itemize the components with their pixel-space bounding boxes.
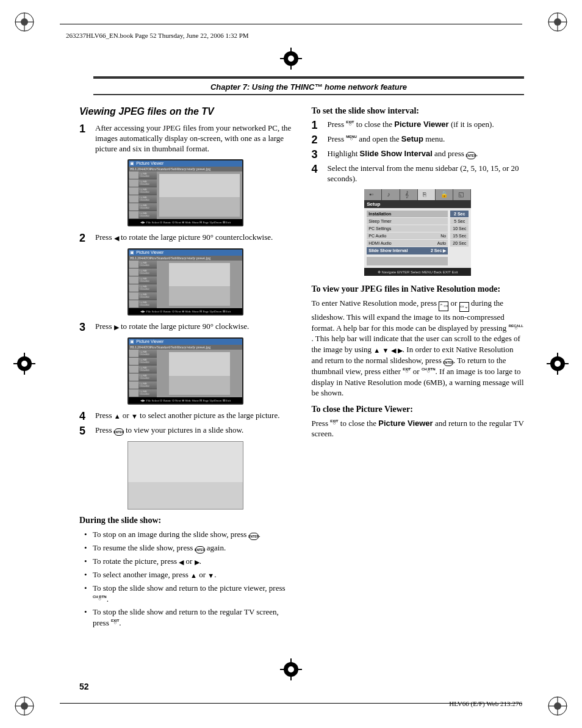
paragraph: Press EXIT○ to close the Picture Viewer … xyxy=(312,418,525,439)
list-item: To stop on an image during the slide sho… xyxy=(79,529,292,540)
setup-tab-bar: ▪▫ ♪ 𝄞 ⎘ 🔒 ◱ xyxy=(364,189,471,200)
subsection-heading: To view your JPEG files in Native Resolu… xyxy=(312,284,525,294)
step-text: Press ▲ or ▼ to select another picture a… xyxy=(95,411,292,421)
setup-menu-figure: ▪▫ ♪ 𝄞 ⎘ 🔒 ◱ Setup Installation Sleep Ti… xyxy=(364,189,471,276)
picture-viewer-figure: ▣Picture Viewer HLL204ATOPics/Standard/S… xyxy=(128,337,243,405)
document-page: 263237HLV66_EN.book Page 52 Thursday, Ju… xyxy=(0,0,582,728)
enter-button-icon: ENTER xyxy=(444,359,453,366)
setup-menu-row-selected: Slide Show Interval2 Sec ▶ xyxy=(367,247,448,254)
thumbnail: 1.4 MB 1200x800 xyxy=(129,203,157,211)
crop-mark-icon xyxy=(13,353,35,375)
setup-option: 5 Sec xyxy=(450,218,469,225)
crop-mark-icon xyxy=(547,695,569,717)
thumbnail-strip: 1.4 MB 1200x800 1.4 MB 1200x800 1.4 MB 1… xyxy=(129,350,157,397)
main-picture xyxy=(157,171,242,219)
crop-mark-icon xyxy=(13,11,35,33)
list-item: To resume the slide show, press ENTER ag… xyxy=(79,542,292,553)
footer-code: HLV66 (E/F) Web 213:276 xyxy=(449,700,522,707)
svg-point-1 xyxy=(21,18,28,26)
crop-mark-icon xyxy=(280,48,302,70)
exit-button-icon: EXIT○ xyxy=(111,619,119,624)
crop-mark-icon xyxy=(547,353,569,375)
bullet-list: To stop on an image during the slide sho… xyxy=(79,529,292,629)
chrtn-button-icon: CH RTN○ xyxy=(93,595,107,600)
setup-menu-label: Setup xyxy=(364,200,471,208)
chapter-title: Chapter 7: Using the THINC™ home network… xyxy=(93,79,524,94)
enter-button-icon: ENTER xyxy=(114,428,124,436)
step-number: 1 xyxy=(79,123,89,134)
crop-line xyxy=(60,24,522,25)
picture-viewer-title: Picture Viewer xyxy=(136,161,163,165)
ch-up-button-icon: ⌃CH xyxy=(439,301,448,311)
up-arrow-icon: ▲ xyxy=(373,346,380,355)
instruction-list: 1 Press EXIT○ to close the Picture Viewe… xyxy=(312,120,525,184)
thumbnail: 1.4 MB 1200x800 xyxy=(129,187,157,195)
enter-button-icon: ENTER xyxy=(466,152,476,159)
list-item: To select another image, press ▲ or ▼. xyxy=(79,569,292,580)
thumbnail: 1.4 MB 1200x800 xyxy=(129,195,157,203)
step-number: 3 xyxy=(79,322,89,333)
svg-point-9 xyxy=(21,361,27,367)
window-icon: ▣ xyxy=(130,161,134,166)
content-area: Chapter 7: Using the THINC™ home network… xyxy=(79,76,524,691)
down-arrow-icon: ▼ xyxy=(382,346,389,355)
svg-point-7 xyxy=(554,702,561,710)
exit-button-icon: EXIT○ xyxy=(346,120,354,125)
svg-point-3 xyxy=(554,18,561,26)
main-picture-rotated-ccw xyxy=(157,261,242,308)
thumbnail-strip: 1.4 MB 1200x800 1.4 MB 1200x800 1.4 MB 1… xyxy=(129,261,157,308)
section-heading: Viewing JPEG files on the TV xyxy=(79,106,292,117)
step-number: 3 xyxy=(312,149,322,160)
down-arrow-icon: ▼ xyxy=(207,571,214,580)
setup-option: 10 Sec xyxy=(450,225,469,232)
step-number: 4 xyxy=(312,164,322,175)
step-number: 5 xyxy=(79,425,89,436)
setup-menu-row: PC Settings xyxy=(367,225,448,232)
svg-point-11 xyxy=(555,361,561,367)
picture-viewer-helpbar: ◀▶ File Select ⊙ Rotate ⊙ Next ⊕ Slide S… xyxy=(129,397,242,403)
setup-menu-list: Installation Sleep Timer PC Settings PC … xyxy=(367,211,448,265)
file-path-bar: HLL204ATOPics/Standard/Sublibrary/study … xyxy=(129,345,242,350)
left-column: Viewing JPEG files on the TV 1 After acc… xyxy=(79,106,292,630)
right-arrow-icon: ▶ xyxy=(114,323,119,331)
window-icon: ▣ xyxy=(130,250,134,255)
step-number: 2 xyxy=(312,134,322,145)
setup-menu-row: PC AudioNo xyxy=(367,232,448,239)
tab-picture-icon: ▪▫ xyxy=(364,189,382,200)
subsection-heading: To set the slide show interval: xyxy=(312,106,525,116)
thumbnail: 1.4 MB 1200x800 xyxy=(129,171,157,179)
picture-viewer-helpbar: ◀▶ File Select ⊙ Rotate ⊙ Next ⊕ Slide S… xyxy=(129,219,242,225)
instruction-list: 1 After accessing your JPEG files from y… xyxy=(79,123,292,154)
subsection-heading: To close the Picture Viewer: xyxy=(312,405,525,414)
step-text: Highlight Slide Show Interval and press … xyxy=(328,149,525,159)
tab-setup-icon: ⎘ xyxy=(418,189,436,200)
step-text: Press ENTER to view your pictures in a s… xyxy=(95,425,292,436)
setup-menu-row: Installation xyxy=(367,211,448,217)
slideshow-image-figure xyxy=(128,441,243,510)
list-item: To stop the slide show and return to the… xyxy=(79,607,292,628)
step-number: 1 xyxy=(312,120,322,131)
step-number: 2 xyxy=(79,232,89,243)
setup-help-bar: ✥ Navigate ENTER Select MENU Back EXIT E… xyxy=(364,268,471,276)
step-text: Press MENU○ and open the Setup menu. xyxy=(328,134,525,145)
svg-point-5 xyxy=(21,702,28,710)
step-text: Press ▶ to rotate the large picture 90° … xyxy=(95,322,292,332)
main-picture-rotated-cw xyxy=(157,350,242,397)
step-text: Press EXIT○ to close the Picture Viewer … xyxy=(328,120,525,130)
left-arrow-icon: ◀ xyxy=(114,234,119,242)
step-number: 4 xyxy=(79,411,89,422)
chrtn-button-icon: CH RTN○ xyxy=(422,367,436,372)
picture-viewer-figure: ▣Picture Viewer HLL204ATOPics/Standard/S… xyxy=(128,159,243,226)
setup-option: 20 Sec xyxy=(450,240,469,247)
setup-menu-row: Sleep Timer xyxy=(367,218,448,225)
up-arrow-icon: ▲ xyxy=(114,412,121,420)
thumbnail: 1.4 MB 1200x800 xyxy=(129,211,157,219)
crop-mark-icon xyxy=(547,11,569,33)
subsection-heading: During the slide show: xyxy=(79,516,292,525)
thumbnail-strip: 1.4 MB 1200x800 1.4 MB 1200x800 1.4 MB 1… xyxy=(129,171,157,219)
paragraph: To enter Native Resolution mode, press ⌃… xyxy=(312,298,525,398)
tab-apps-icon: 𝄞 xyxy=(400,189,418,200)
setup-option: 15 Sec xyxy=(450,232,469,239)
right-arrow-icon: ▶ xyxy=(398,346,403,355)
picture-viewer-title: Picture Viewer xyxy=(136,250,163,254)
